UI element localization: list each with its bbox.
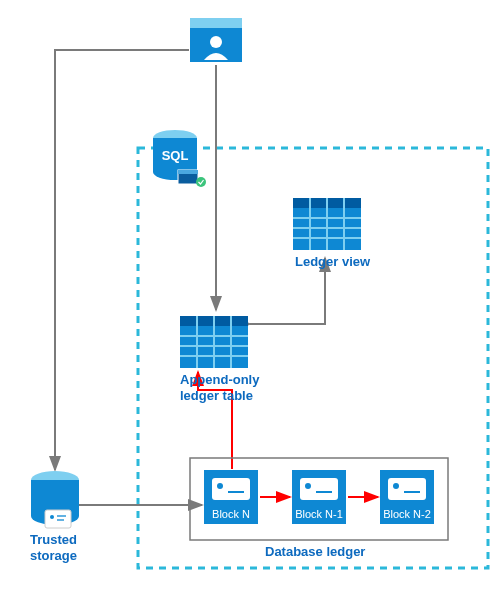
sql-label: SQL (162, 148, 189, 163)
trusted-storage-icon (31, 471, 79, 528)
svg-point-30 (217, 483, 223, 489)
trusted-storage-label: Trusted storage (30, 532, 77, 563)
ledger-view-label: Ledger view (295, 254, 370, 270)
append-table-label: Append-only ledger table (180, 372, 259, 403)
svg-point-25 (50, 515, 54, 519)
svg-point-2 (210, 36, 222, 48)
svg-rect-1 (190, 18, 242, 28)
block-n-label: Block N (204, 508, 258, 520)
append-table-icon (180, 316, 248, 368)
svg-rect-24 (45, 510, 71, 528)
ledger-view-icon (293, 198, 361, 250)
block-n2-label: Block N-2 (380, 508, 434, 520)
svg-rect-29 (212, 478, 250, 500)
database-ledger-label: Database ledger (265, 544, 365, 560)
user-icon (190, 18, 242, 62)
sql-icon: SQL (153, 130, 206, 187)
svg-point-34 (305, 483, 311, 489)
svg-point-38 (393, 483, 399, 489)
svg-point-6 (196, 177, 206, 187)
svg-rect-37 (388, 478, 426, 500)
svg-rect-33 (300, 478, 338, 500)
block-n1-label: Block N-1 (292, 508, 346, 520)
svg-rect-5 (178, 170, 198, 174)
arrow-user-to-storage (55, 50, 189, 470)
